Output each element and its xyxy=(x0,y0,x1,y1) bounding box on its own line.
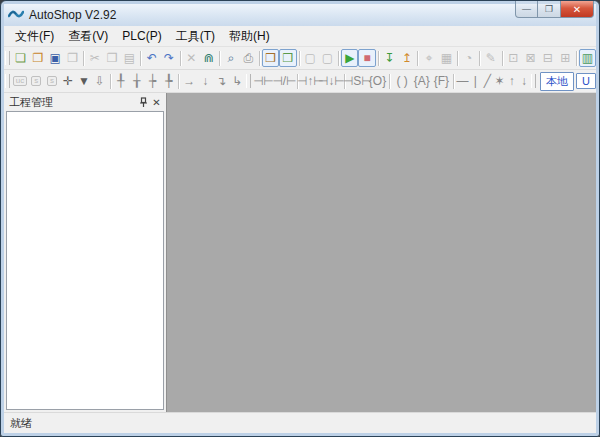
save-button[interactable]: ▣ xyxy=(47,49,64,67)
run-plc-button[interactable]: ▶ xyxy=(341,49,358,67)
ladder-append-row-button[interactable]: ╄ xyxy=(161,72,177,90)
toolbar-grip[interactable] xyxy=(5,74,10,88)
redo-button[interactable]: ↷ xyxy=(160,49,177,67)
ladder-insert-cell-button[interactable]: ╀ xyxy=(113,72,129,90)
project-panel-title: 工程管理 xyxy=(9,95,137,110)
usb-mode-button[interactable]: U xyxy=(576,73,596,89)
open-project-icon: ❐ xyxy=(32,52,43,64)
paste-button[interactable]: ▤ xyxy=(121,49,138,67)
monitor-cols-button[interactable]: ⊞ xyxy=(557,49,574,67)
coil-out-button[interactable]: {O} xyxy=(368,72,388,90)
project-tree[interactable] xyxy=(6,111,164,410)
delete-row-button[interactable]: ⇩ xyxy=(92,72,108,90)
erase-line-button[interactable]: ╱ xyxy=(481,72,493,90)
print-icon: ⎙ xyxy=(243,52,253,64)
toolbar-grip[interactable] xyxy=(531,74,536,88)
toolbar-separator xyxy=(576,51,577,66)
coil-a-button[interactable]: {A} xyxy=(412,72,432,90)
cut-icon: ✂ xyxy=(90,52,100,64)
output-window-toggle-button[interactable]: ❒ xyxy=(279,49,296,67)
save-all-button[interactable]: ❐ xyxy=(64,49,81,67)
zoom-icon: ⌕ xyxy=(228,52,235,64)
contact-closed-button[interactable]: ⊣/⊢ xyxy=(274,72,295,90)
cut-button[interactable]: ✂ xyxy=(86,49,103,67)
delete-button[interactable]: ✕ xyxy=(183,49,200,67)
monitor-dot-icon: ⊡ xyxy=(508,52,518,64)
new-file-button[interactable]: ❏ xyxy=(12,49,29,67)
line-corner-up-button[interactable]: ↳ xyxy=(229,72,245,90)
insert-row-below-button[interactable]: ▼ xyxy=(76,72,92,90)
menu-tools[interactable]: 工具(T) xyxy=(169,26,222,47)
line-corner-down-icon: ↴ xyxy=(216,75,226,87)
move-up-button[interactable]: ↑ xyxy=(506,72,518,90)
erase-star-button[interactable]: ✶ xyxy=(494,72,506,90)
ladder-insert-row-button[interactable]: ╁ xyxy=(129,72,145,90)
project-window-toggle-button[interactable]: ❒ xyxy=(262,49,279,67)
toolbar-grip[interactable] xyxy=(246,74,251,88)
uc-block-button[interactable]: uc xyxy=(12,72,28,90)
coil-button[interactable]: ( ) xyxy=(392,72,412,90)
menu-plc[interactable]: PLC(P) xyxy=(115,27,168,45)
line-down-button[interactable]: ↓ xyxy=(197,72,213,90)
toolbar-main: ❏❐▣❐✂❐▤↶↷✕⋒⌕⎙❒❒▢▢▶■↧↥⌖▦◔✎⊡⊠⊟⊞▥ xyxy=(4,47,596,70)
minimize-button[interactable]: — xyxy=(515,1,538,18)
toolbar-separator xyxy=(83,51,84,66)
contact-set-button[interactable]: ⊣S⊢ xyxy=(347,72,368,90)
move-down-button[interactable]: ↓ xyxy=(518,72,530,90)
menu-help[interactable]: 帮助(H) xyxy=(222,26,277,47)
monitor-rows-button[interactable]: ⊟ xyxy=(539,49,556,67)
monitor-mode-button[interactable]: ⌖ xyxy=(420,49,437,67)
monitor-clip-button[interactable]: ⊠ xyxy=(522,49,539,67)
toolbar-separator xyxy=(453,74,454,89)
panel-close-icon[interactable]: ✕ xyxy=(150,96,163,109)
run-plc-icon: ▶ xyxy=(345,52,354,64)
monitor-mode-icon: ⌖ xyxy=(426,52,433,64)
find-button[interactable]: ⋒ xyxy=(200,49,217,67)
delete-icon: ✕ xyxy=(186,52,196,64)
coil-f-button[interactable]: {F} xyxy=(432,72,452,90)
insert-cross-button[interactable]: ✛ xyxy=(60,72,76,90)
app-window: AutoShop V2.92 — ❐ ✕ 文件(F)查看(V)PLC(P)工具(… xyxy=(0,0,600,437)
app-logo-icon[interactable] xyxy=(8,8,24,22)
stop-plc-button[interactable]: ■ xyxy=(358,49,375,67)
zoom-button[interactable]: ⌕ xyxy=(222,49,239,67)
monitor-dot-button[interactable]: ⊡ xyxy=(505,49,522,67)
contact-open-icon: ⊣⊢ xyxy=(253,75,274,87)
open-project-button[interactable]: ❐ xyxy=(29,49,46,67)
stop-plc-icon: ■ xyxy=(363,52,370,64)
data-monitor-button[interactable]: ▢ xyxy=(319,49,336,67)
copy-icon: ❐ xyxy=(107,52,118,64)
local-mode-button[interactable]: 本地 xyxy=(540,72,574,91)
draw-hline-button[interactable]: — xyxy=(456,72,469,90)
ladder-append-cell-button[interactable]: ┾ xyxy=(145,72,161,90)
close-button[interactable]: ✕ xyxy=(561,1,594,18)
download-program-button[interactable]: ↧ xyxy=(381,49,398,67)
upload-program-button[interactable]: ↥ xyxy=(398,49,415,67)
copy-button[interactable]: ❐ xyxy=(103,49,120,67)
maximize-button[interactable]: ❐ xyxy=(538,1,561,18)
menu-view[interactable]: 查看(V) xyxy=(61,26,115,47)
contact-open-button[interactable]: ⊣⊢ xyxy=(253,72,274,90)
insert-cross-icon: ✛ xyxy=(63,75,73,87)
s-block-2-button[interactable]: s xyxy=(44,72,60,90)
monitor-screen-button[interactable]: ▦ xyxy=(438,49,455,67)
s-block-1-button[interactable]: s xyxy=(28,72,44,90)
contact-falling-edge-button[interactable]: ⊣↓⊢ xyxy=(321,72,342,90)
chart-view-button[interactable]: ▥ xyxy=(579,49,596,67)
toolbar-separator xyxy=(259,51,260,66)
chart-view-icon: ▥ xyxy=(582,52,593,64)
line-right-button[interactable]: → xyxy=(181,72,197,90)
menu-file[interactable]: 文件(F) xyxy=(8,26,61,47)
data-monitor-icon: ▢ xyxy=(322,52,333,64)
pencil-edit-button[interactable]: ✎ xyxy=(482,49,499,67)
undo-icon: ↶ xyxy=(147,52,157,64)
toolbar-grip[interactable] xyxy=(5,51,10,65)
pin-icon[interactable] xyxy=(137,96,150,109)
project-panel-header: 工程管理 ✕ xyxy=(4,93,166,111)
undo-button[interactable]: ↶ xyxy=(143,49,160,67)
print-button[interactable]: ⎙ xyxy=(240,49,257,67)
line-corner-down-button[interactable]: ↴ xyxy=(213,72,229,90)
compass-tool-button[interactable]: ◔ xyxy=(460,49,477,67)
element-monitor-button[interactable]: ▢ xyxy=(302,49,319,67)
draw-vline-button[interactable]: | xyxy=(469,72,481,90)
